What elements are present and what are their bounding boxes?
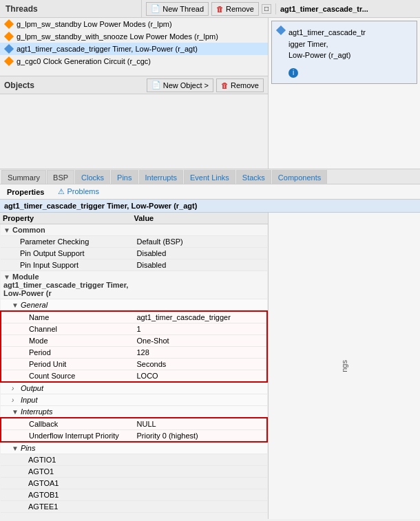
objects-panel-header: Objects 📄 New Object > 🗑 Remove <box>0 76 268 94</box>
subsection-name-14: Interrupts <box>21 407 52 416</box>
thread-item-1[interactable]: g_lpm_sw_standby_with_snooze Low Power M… <box>0 30 268 43</box>
table-row[interactable]: ▼Pins <box>1 442 267 454</box>
table-row[interactable]: ▼Interrupts <box>1 406 267 418</box>
prop-name-11: Count Source <box>29 372 75 380</box>
info-icon[interactable]: i <box>288 68 298 78</box>
table-row[interactable]: Period128 <box>1 347 267 359</box>
new-thread-icon: 📄 <box>151 4 160 13</box>
prop-value-8: One-Shot <box>137 337 169 345</box>
top-bar-left: Threads <box>0 0 142 17</box>
objects-list-area <box>0 94 268 130</box>
preview-title: agt1_timer_cascade_tr... <box>275 3 420 14</box>
collapse-icon-14[interactable]: ▼ <box>12 408 19 415</box>
thread-list: g_lpm_sw_standby Low Power Modes (r_lpm)… <box>0 18 268 67</box>
tabs-bar: SummaryBSPClocksPinsInterruptsEvent Link… <box>0 169 420 184</box>
prop-value-3: Disabled <box>137 261 167 269</box>
thread-item-label-2: agt1_timer_cascade_trigger Timer, Low-Po… <box>17 45 198 53</box>
remove-thread-button[interactable]: 🗑 Remove <box>211 2 259 16</box>
table-row[interactable]: Pin Input SupportDisabled <box>1 259 267 271</box>
subsection-name-12: Output <box>21 384 43 392</box>
collapse-icon-0[interactable]: ▼ <box>3 226 10 233</box>
table-row[interactable]: AGTIO1 <box>1 454 267 466</box>
thread-item-0[interactable]: g_lpm_sw_standby Low Power Modes (r_lpm) <box>0 18 268 30</box>
table-row[interactable]: ›Output <box>1 382 267 394</box>
threads-label: Threads <box>6 4 38 14</box>
table-row[interactable]: ›Input <box>1 394 267 406</box>
collapse-icon-4[interactable]: ▼ <box>3 273 10 280</box>
properties-left: Property Value ▼CommonParameter Checking… <box>0 213 269 519</box>
prop-name-19: AGTO1 <box>28 467 54 476</box>
property-table-scroll[interactable]: ▼CommonParameter CheckingDefault (BSP)Pi… <box>0 224 268 519</box>
new-thread-button[interactable]: 📄 New Thread <box>146 2 209 16</box>
sub-tab-problems[interactable]: ⚠ Problems <box>54 186 103 198</box>
section-name-0: Common <box>12 226 45 234</box>
table-row[interactable]: Underflow Interrupt PriorityPriority 0 (… <box>1 430 267 443</box>
diamond-icon <box>276 25 286 35</box>
collapse-icon-5[interactable]: ▼ <box>12 301 19 308</box>
tab-components[interactable]: Components <box>272 170 327 184</box>
right-config-panel: ngs <box>269 213 420 519</box>
prop-name-3: Pin Input Support <box>20 261 78 269</box>
thread-item-label-3: g_cgc0 Clock Generation Circuit (r_cgc) <box>17 57 151 65</box>
preview-text-block: agt1_timer_cascade_tr igger Timer, Low-P… <box>288 27 366 78</box>
main-split: Property Value ▼CommonParameter Checking… <box>0 213 420 519</box>
diamond-0 <box>4 19 14 29</box>
table-row[interactable]: Nameagt1_timer_cascade_trigger <box>1 311 267 323</box>
remove-object-icon: 🗑 <box>221 81 229 89</box>
collapse-icon-13[interactable]: › <box>12 396 19 403</box>
table-row[interactable]: AGTOA1 <box>1 478 267 489</box>
problems-icon: ⚠ <box>58 187 65 195</box>
prop-name-10: Period Unit <box>29 360 66 368</box>
table-row[interactable]: Parameter CheckingDefault (BSP) <box>1 236 267 248</box>
preview-line1: agt1_timer_cascade_tr <box>288 27 366 39</box>
tab-event-links[interactable]: Event Links <box>184 170 235 184</box>
preview-box: agt1_timer_cascade_tr igger Timer, Low-P… <box>271 21 417 84</box>
tab-summary[interactable]: Summary <box>1 170 46 184</box>
prop-value-9: 128 <box>137 348 149 357</box>
subsection-name-13: Input <box>21 396 37 404</box>
diamond-1 <box>4 32 14 41</box>
preview-line2: igger Timer, <box>288 39 366 50</box>
thread-item-3[interactable]: g_cgc0 Clock Generation Circuit (r_cgc) <box>0 55 268 67</box>
prop-name-1: Parameter Checking <box>20 237 89 246</box>
prop-value-6: agt1_timer_cascade_trigger <box>137 313 231 321</box>
top-bar: Threads 📄 New Thread 🗑 Remove □ agt1_tim… <box>0 0 420 18</box>
table-row[interactable]: AGTEE1 <box>1 501 267 513</box>
table-row[interactable]: ▼Common <box>1 224 267 236</box>
thread-list-scroll[interactable]: g_lpm_sw_standby Low Power Modes (r_lpm)… <box>0 18 268 76</box>
tab-pins[interactable]: Pins <box>111 170 138 184</box>
table-row[interactable]: Period UnitSeconds <box>1 359 267 370</box>
table-row[interactable]: Channel1 <box>1 323 267 335</box>
prop-value-10: Seconds <box>137 360 167 368</box>
table-row[interactable]: Count SourceLOCO <box>1 370 267 383</box>
tab-clocks[interactable]: Clocks <box>75 170 110 184</box>
tab-interrupts[interactable]: Interrupts <box>139 170 183 184</box>
new-object-button[interactable]: 📄 New Object > <box>147 78 213 92</box>
table-row[interactable]: ModeOne-Shot <box>1 335 267 347</box>
prop-value-11: LOCO <box>137 372 158 380</box>
prop-name-21: AGTOB1 <box>28 491 59 499</box>
minimize-button[interactable]: □ <box>262 4 271 14</box>
thread-item-2[interactable]: agt1_timer_cascade_trigger Timer, Low-Po… <box>0 43 268 55</box>
table-row[interactable]: AGTO1 <box>1 466 267 478</box>
table-row[interactable]: ▼Module agt1_timer_cascade_trigger Timer… <box>1 271 267 299</box>
table-row[interactable]: AGTOB1 <box>1 489 267 501</box>
table-row[interactable]: CallbackNULL <box>1 418 267 430</box>
objects-title: Objects <box>4 81 34 90</box>
table-row[interactable]: Pin Output SupportDisabled <box>1 248 267 259</box>
diamond-3 <box>4 56 14 66</box>
prop-name-8: Mode <box>29 337 48 345</box>
objects-panel: Objects 📄 New Object > 🗑 Remove <box>0 76 268 130</box>
collapse-icon-17[interactable]: ▼ <box>12 445 19 451</box>
preview-line3: Low-Power (r_agt) <box>288 50 366 61</box>
prop-value-7: 1 <box>137 325 141 333</box>
thread-icon-1 <box>4 32 14 41</box>
tab-stacks[interactable]: Stacks <box>236 170 271 184</box>
collapse-icon-12[interactable]: › <box>12 385 19 392</box>
section-header-title: agt1_timer_cascade_trigger Timer, Low-Po… <box>0 200 420 213</box>
remove-object-button[interactable]: 🗑 Remove <box>216 78 264 92</box>
sub-tab-properties[interactable]: Properties <box>3 187 48 198</box>
thread-item-label-1: g_lpm_sw_standby_with_snooze Low Power M… <box>17 32 218 41</box>
table-row[interactable]: ▼General <box>1 299 267 312</box>
tab-bsp[interactable]: BSP <box>47 170 74 184</box>
